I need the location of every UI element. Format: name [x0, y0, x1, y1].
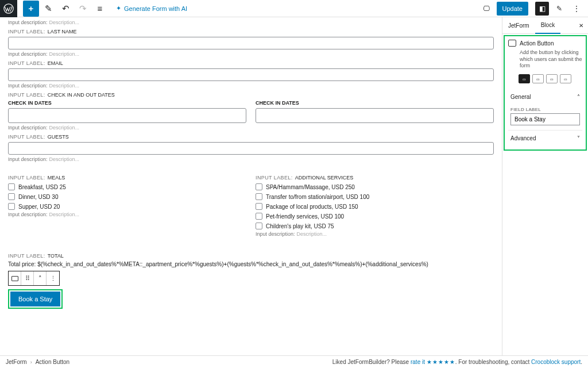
book-a-stay-button[interactable]: Book a Stay [10, 292, 60, 306]
desc-caption: Input description: [8, 20, 48, 25]
block-inspector-description: Add the button by clicking which users c… [520, 49, 582, 70]
chevron-up-icon: ˄ [577, 94, 580, 100]
editor-canvas[interactable]: Input description:Description... INPUT L… [0, 17, 502, 355]
service-option[interactable]: Children's play kit, USD 75 [256, 223, 494, 229]
label-check-out: CHECK IN DATES [256, 100, 494, 106]
field-total: INPUT LABEL:TOTAL Total price: $(%check_… [8, 253, 494, 267]
meal-option[interactable]: Breakfast, USD 25 [8, 183, 246, 190]
checkbox-icon[interactable] [256, 213, 262, 220]
input-email[interactable] [8, 68, 494, 81]
label-additional[interactable]: ADDITIONAL SERVICES [295, 175, 354, 181]
label-guests[interactable]: GUESTS [48, 134, 69, 140]
meal-option[interactable]: Dinner, USD 30 [8, 193, 246, 200]
label-last-name[interactable]: LAST NAME [48, 29, 77, 34]
service-option[interactable]: Pet-friendly services, USD 100 [256, 213, 494, 220]
field-last-name: INPUT LABEL:LAST NAME Input description:… [8, 29, 494, 57]
sparkle-icon: ✦ [116, 5, 121, 12]
block-style-variations: ▭ ▭ ▭ ▭ [519, 74, 582, 83]
total-formula-text[interactable]: Total price: $(%check_in_and_out_dates%*… [8, 261, 494, 267]
section-general[interactable]: General ˄ [508, 89, 582, 105]
tab-jetform[interactable]: JetForm [502, 18, 535, 33]
jetform-panel-button[interactable]: ✎ [552, 2, 566, 16]
block-variation-alt3[interactable]: ▭ [560, 74, 571, 83]
ai-button-label: Generate Form with AI [124, 5, 187, 12]
block-toolbar: ⠿ ˄ ⋮ [8, 271, 60, 286]
field-additional-services: INPUT LABEL:ADDITIONAL SERVICES SPA/Hamm… [256, 175, 494, 237]
drag-handle[interactable]: ⠿ [21, 271, 34, 285]
more-options-button[interactable]: ⋮ [570, 2, 583, 16]
generate-form-ai-button[interactable]: ✦ Generate Form with AI [116, 5, 187, 12]
settings-sidebar-toggle[interactable]: ◧ [535, 2, 549, 16]
field-meals: INPUT LABEL:MEALS Breakfast, USD 25 Dinn… [8, 175, 246, 237]
label-total[interactable]: TOTAL [48, 253, 64, 259]
meal-option[interactable]: Supper, USD 20 [8, 203, 246, 210]
block-variation-alt2[interactable]: ▭ [546, 74, 558, 83]
support-link[interactable]: Crocoblock support [531, 359, 581, 365]
checkbox-icon[interactable] [8, 203, 15, 210]
action-button-block-selected: Book a Stay [8, 289, 63, 309]
field-check-dates: INPUT LABEL:CHECK IN AND OUT DATES CHECK… [8, 92, 494, 131]
stars-icon: ★★★★★ [427, 359, 455, 365]
kebab-icon: ⋮ [50, 275, 56, 282]
block-type-button[interactable] [9, 271, 21, 285]
chevron-up-icon: ˄ [38, 275, 42, 282]
label-meals[interactable]: MEALS [48, 175, 65, 181]
kebab-icon: ⋮ [573, 5, 580, 13]
desc-placeholder[interactable]: Description... [49, 20, 80, 25]
checkbox-icon[interactable] [256, 203, 262, 210]
document-overview-button[interactable]: ≡ [92, 1, 108, 17]
checkbox-icon[interactable] [256, 193, 262, 200]
tab-block[interactable]: Block [535, 17, 560, 34]
input-check-out[interactable] [256, 108, 494, 123]
service-option[interactable]: Package of local products, USD 150 [256, 203, 494, 210]
checkbox-icon[interactable] [256, 223, 262, 229]
action-button-block-icon [508, 40, 516, 47]
settings-sidebar: JetForm Block ✕ Action Button Add the bu… [502, 17, 588, 355]
wordpress-logo[interactable] [0, 0, 17, 17]
drag-icon: ⠿ [25, 275, 30, 282]
checkbox-icon[interactable] [8, 183, 15, 190]
section-advanced[interactable]: Advanced ˅ [508, 130, 582, 146]
service-option[interactable]: Transfer to/from station/airport, USD 10… [256, 193, 494, 200]
pencil-icon: ✎ [556, 5, 562, 13]
label-check-dates[interactable]: CHECK IN AND OUT DATES [48, 92, 115, 98]
desktop-icon: 🖵 [483, 5, 490, 13]
block-variation-default[interactable]: ▭ [519, 74, 530, 83]
input-check-in[interactable] [8, 108, 246, 123]
breadcrumb-root[interactable]: JetForm [6, 359, 27, 365]
close-sidebar-button[interactable]: ✕ [574, 19, 588, 32]
block-inspector-highlight: Action Button Add the button by clicking… [504, 35, 587, 151]
label-check-in: CHECK IN DATES [8, 100, 246, 106]
breadcrumb-current[interactable]: Action Button [36, 359, 69, 365]
redo-button[interactable]: ↷ [75, 1, 91, 17]
block-more-button[interactable]: ⋮ [47, 271, 59, 285]
editor-top-toolbar: + ✎ ↶ ↷ ≡ ✦ Generate Form with AI 🖵 Upda… [0, 0, 588, 17]
add-block-button[interactable]: + [23, 1, 39, 17]
field-guests: INPUT LABEL:GUESTS Input description:Des… [8, 134, 494, 162]
breadcrumb-sep-icon: › [30, 359, 32, 365]
checkbox-icon[interactable] [8, 193, 15, 200]
editor-bottom-bar: JetForm › Action Button Liked JetFormBui… [0, 355, 588, 368]
input-last-name[interactable] [8, 37, 494, 49]
field-email: INPUT LABEL:EMAIL Input description:Desc… [8, 60, 494, 89]
preview-button[interactable]: 🖵 [479, 2, 493, 16]
field-label-caption: FIELD LABEL [510, 107, 580, 112]
label-email[interactable]: EMAIL [48, 60, 63, 66]
update-button[interactable]: Update [497, 2, 528, 16]
close-icon: ✕ [579, 22, 583, 29]
field-label-input[interactable] [510, 113, 580, 125]
rate-link[interactable]: rate it ★★★★★ [411, 359, 455, 365]
move-up-button[interactable]: ˄ [34, 271, 47, 285]
service-option[interactable]: SPA/Hammam/Massage, USD 250 [256, 183, 494, 190]
sidebar-icon: ◧ [539, 5, 546, 13]
block-icon [11, 276, 18, 281]
block-variation-alt1[interactable]: ▭ [532, 74, 544, 83]
block-inspector-title: Action Button [520, 40, 554, 47]
input-guests[interactable] [8, 142, 494, 155]
undo-button[interactable]: ↶ [57, 1, 74, 17]
edit-tool-button[interactable]: ✎ [40, 1, 56, 17]
chevron-down-icon: ˅ [577, 135, 580, 141]
checkbox-icon[interactable] [256, 183, 262, 190]
